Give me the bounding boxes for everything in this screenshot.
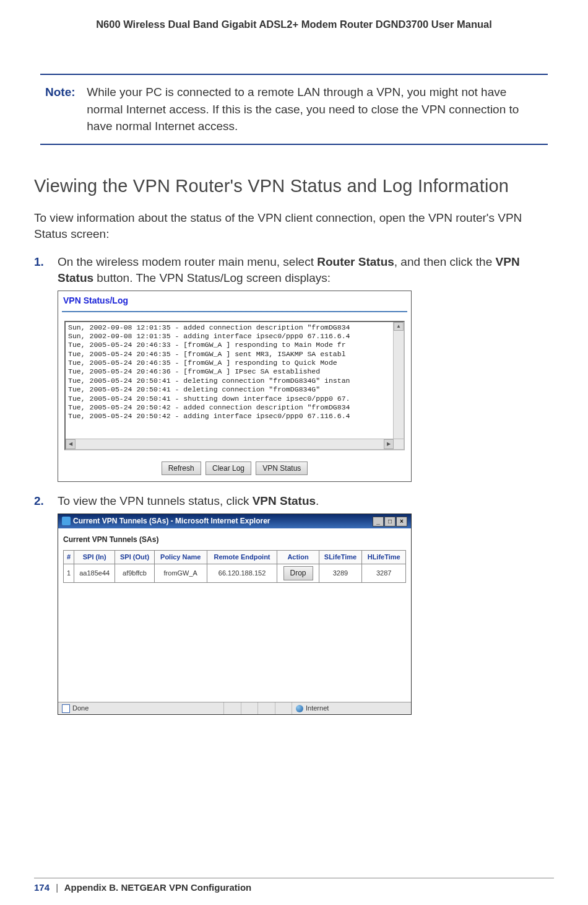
figure-vpn-tunnels-window: Current VPN Tunnels (SAs) - Microsoft In… [58, 514, 412, 715]
fig1-button-row: Refresh Clear Log VPN Status [58, 455, 411, 482]
figure-vpn-status-log: VPN Status/Log Sun, 2002-09-08 12:01:35 … [58, 291, 412, 482]
step-2-bold-vpn-status: VPN Status [253, 494, 316, 507]
step-1-part-a: On the wireless modem router main menu, … [58, 255, 317, 268]
document-icon [62, 704, 70, 713]
vertical-scrollbar[interactable] [393, 322, 404, 439]
note-text: While your PC is connected to a remote L… [87, 84, 541, 135]
cell-spi-in: aa185e44 [74, 564, 115, 583]
cell-slife: 3289 [319, 564, 362, 583]
status-bar: Done Internet [58, 702, 411, 714]
col-policy: Policy Name [154, 550, 207, 564]
col-slife: SLifeTime [319, 550, 362, 564]
log-content: Sun, 2002-09-08 12:01:35 - added connect… [66, 322, 404, 422]
step-1: On the wireless modem router main menu, … [34, 254, 554, 483]
col-num: # [64, 550, 74, 564]
window-titlebar: Current VPN Tunnels (SAs) - Microsoft In… [58, 514, 411, 528]
note-block: Note: While your PC is connected to a re… [40, 74, 548, 145]
col-remote: Remote Endpoint [207, 550, 277, 564]
col-spi-out: SPI (Out) [115, 550, 155, 564]
table-header-row: # SPI (In) SPI (Out) Policy Name Remote … [64, 550, 406, 564]
globe-icon [296, 705, 303, 712]
footer-separator: | [56, 882, 58, 893]
col-spi-in: SPI (In) [74, 550, 115, 564]
log-textarea[interactable]: Sun, 2002-09-08 12:01:35 - added connect… [64, 321, 405, 450]
status-zone: Internet [306, 704, 329, 713]
cell-num: 1 [64, 564, 74, 583]
running-header: N600 Wireless Dual Band Gigabit ADSL2+ M… [34, 19, 554, 30]
col-action: Action [277, 550, 319, 564]
window-buttons: _□× [372, 516, 407, 527]
panel-title: Current VPN Tunnels (SAs) [63, 535, 406, 545]
step-1-part-e: button. The VPN Status/Log screen displa… [93, 271, 331, 284]
cell-policy: fromGW_A [154, 564, 207, 583]
section-heading: Viewing the VPN Router's VPN Status and … [34, 176, 554, 196]
vpn-tunnels-table: # SPI (In) SPI (Out) Policy Name Remote … [63, 550, 406, 583]
col-hlife: HLifeTime [362, 550, 406, 564]
table-row: 1 aa185e44 af9bffcb fromGW_A 66.120.188.… [64, 564, 406, 583]
step-2-part-c: . [316, 494, 319, 507]
drop-button[interactable]: Drop [283, 566, 313, 580]
step-1-part-c: , and then click the [394, 255, 496, 268]
step-2: To view the VPN tunnels status, click VP… [34, 493, 554, 715]
step-1-text: On the wireless modem router main menu, … [58, 255, 520, 285]
minimize-button[interactable]: _ [373, 517, 384, 527]
cell-action: Drop [277, 564, 319, 583]
cell-spi-out: af9bffcb [115, 564, 155, 583]
page-number: 174 [34, 882, 50, 893]
footer-appendix: Appendix B. NETGEAR VPN Configuration [64, 882, 252, 893]
step-2-text: To view the VPN tunnels status, click VP… [58, 494, 319, 507]
refresh-button[interactable]: Refresh [162, 461, 201, 476]
step-2-part-a: To view the VPN tunnels status, click [58, 494, 253, 507]
status-done: Done [72, 704, 89, 713]
page-footer: 174 | Appendix B. NETGEAR VPN Configurat… [34, 878, 554, 893]
clear-log-button[interactable]: Clear Log [205, 461, 251, 476]
window-title-text: Current VPN Tunnels (SAs) - Microsoft In… [73, 516, 270, 527]
close-button[interactable]: × [396, 517, 407, 527]
section-intro: To view information about the status of … [34, 210, 554, 243]
step-1-bold-router-status: Router Status [317, 255, 394, 268]
note-label: Note: [45, 84, 84, 101]
cell-hlife: 3287 [362, 564, 406, 583]
cell-remote: 66.120.188.152 [207, 564, 277, 583]
horizontal-scrollbar[interactable] [66, 439, 404, 449]
fig1-title: VPN Status/Log [58, 291, 411, 311]
vpn-status-button[interactable]: VPN Status [256, 461, 308, 476]
ie-icon [62, 517, 71, 525]
steps-list: On the wireless modem router main menu, … [34, 254, 554, 715]
maximize-button[interactable]: □ [384, 517, 396, 527]
